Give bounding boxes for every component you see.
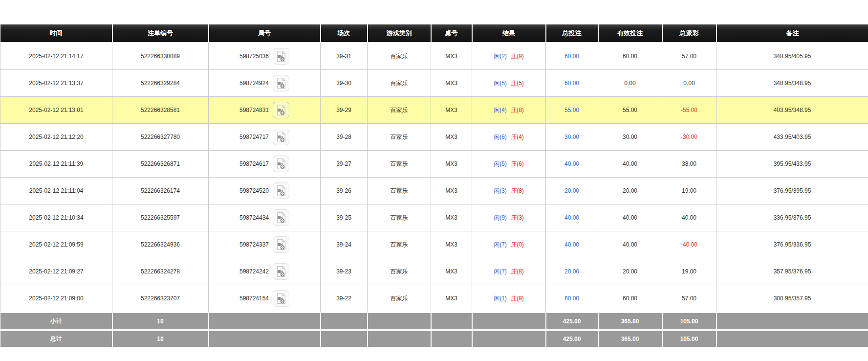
cell-remark: 336.95/376.95 — [716, 204, 868, 231]
cell-result: 闲(5) 庄(5) — [472, 70, 546, 97]
subtotal-total-bet: 425.00 — [546, 313, 598, 330]
video-file-icon — [276, 293, 286, 304]
round-number-text: 598724434 — [239, 214, 269, 221]
cell-round-number: 598724154 — [209, 285, 321, 313]
result-player: 闲(6) — [494, 134, 507, 140]
cell-round-number: 598725036 — [209, 43, 321, 70]
cell-time: 2025-02-12 21:11:04 — [0, 178, 112, 204]
grand-total-empty-remark — [716, 330, 868, 347]
cell-session: 39-25 — [321, 204, 368, 231]
cell-total-bet: 40.00 — [546, 231, 598, 258]
cell-table-number: MX3 — [431, 43, 472, 70]
cell-bet-number: 522266328581 — [112, 97, 209, 124]
video-file-icon — [276, 104, 286, 116]
cell-total-bet: 55.00 — [546, 97, 598, 124]
cell-payout: 57.00 — [662, 285, 716, 313]
grand-total-empty-table-number — [431, 330, 472, 347]
cell-game-type: 百家乐 — [368, 70, 431, 97]
result-banker: 庄(8) — [511, 187, 524, 194]
table-row[interactable]: 2025-02-12 21:12:20 522266327780 5987247… — [0, 124, 868, 151]
result-player: 闲(9) — [494, 214, 507, 221]
cell-valid-bet: 20.00 — [598, 258, 662, 285]
video-file-icon — [276, 50, 286, 62]
column-header-valid-bet: 有效投注 — [598, 24, 662, 43]
cell-payout: 19.00 — [662, 258, 716, 285]
round-number-text: 598724337 — [239, 241, 269, 248]
video-replay-button[interactable] — [273, 156, 289, 172]
cell-total-bet: 60.00 — [546, 285, 598, 313]
result-banker: 庄(0) — [511, 241, 524, 248]
cell-bet-number: 522266325597 — [112, 204, 209, 231]
cell-table-number: MX3 — [431, 151, 472, 178]
subtotal-payout: 105.00 — [662, 313, 716, 330]
cell-table-number: MX3 — [431, 204, 472, 231]
cell-session: 39-23 — [321, 258, 368, 285]
cell-total-bet: 60.00 — [546, 70, 598, 97]
table-row[interactable]: 2025-02-12 21:13:37 522266329284 5987249… — [0, 70, 868, 97]
table-row[interactable]: 2025-02-12 21:09:00 522266323707 5987241… — [0, 285, 868, 313]
result-banker: 庄(5) — [511, 80, 524, 87]
video-replay-button[interactable] — [273, 75, 289, 91]
subtotal-row: 小计 10 425.00 365.00 105.00 — [0, 313, 868, 330]
subtotal-valid-bet: 365.00 — [598, 313, 662, 330]
cell-session: 39-27 — [321, 151, 368, 178]
cell-time: 2025-02-12 21:13:01 — [0, 97, 112, 124]
table-footer: 小计 10 425.00 365.00 105.00 总计 10 425.00 … — [0, 313, 868, 347]
cell-result: 闲(5) 庄(6) — [472, 151, 546, 178]
video-replay-button[interactable] — [273, 182, 289, 199]
cell-result: 闲(3) 庄(8) — [472, 178, 546, 204]
cell-time: 2025-02-12 21:14:17 — [0, 43, 112, 70]
table-row[interactable]: 2025-02-12 21:11:04 522266326174 5987245… — [0, 178, 868, 204]
cell-time: 2025-02-12 21:11:39 — [0, 151, 112, 178]
table-row[interactable]: 2025-02-12 21:11:39 522266326871 5987246… — [0, 151, 868, 178]
video-replay-button[interactable] — [273, 236, 289, 253]
column-header-bet-number: 注单编号 — [112, 24, 209, 43]
cell-time: 2025-02-12 21:12:20 — [0, 124, 112, 151]
cell-valid-bet: 20.00 — [598, 178, 662, 204]
round-number-text: 598724924 — [239, 80, 269, 87]
round-number-text: 598724242 — [239, 268, 269, 275]
cell-result: 闲(9) 庄(3) — [472, 204, 546, 231]
result-banker: 庄(9) — [511, 53, 524, 60]
cell-bet-number: 522266324278 — [112, 258, 209, 285]
cell-bet-number: 522266326174 — [112, 178, 209, 204]
table-header: 时间 注单编号 局号 场次 游戏类别 桌号 结果 总投注 有效投注 总派彩 备注 — [0, 24, 868, 43]
subtotal-empty-round — [209, 313, 321, 330]
cell-total-bet: 20.00 — [546, 258, 598, 285]
cell-round-number: 598724434 — [209, 204, 321, 231]
cell-game-type: 百家乐 — [368, 124, 431, 151]
round-number-text: 598724154 — [239, 295, 269, 302]
round-number-text: 598724520 — [239, 187, 269, 194]
video-file-icon — [276, 212, 286, 224]
video-replay-button[interactable] — [273, 263, 289, 280]
video-replay-button[interactable] — [273, 209, 289, 226]
column-header-result: 结果 — [472, 24, 546, 43]
table-row[interactable]: 2025-02-12 21:09:59 522266324936 5987243… — [0, 231, 868, 258]
cell-result: 闲(2) 庄(9) — [472, 43, 546, 70]
cell-bet-number: 522266327780 — [112, 124, 209, 151]
cell-remark: 376.95/395.95 — [716, 178, 868, 204]
video-replay-button[interactable] — [273, 48, 289, 65]
table-body: 2025-02-12 21:14:17 522266330089 5987250… — [0, 43, 868, 313]
column-header-total-bet: 总投注 — [546, 24, 598, 43]
video-file-icon — [276, 239, 286, 250]
subtotal-empty-game-type — [368, 313, 431, 330]
result-banker: 庄(8) — [511, 107, 524, 113]
grand-total-empty-session — [321, 330, 368, 347]
table-row[interactable]: 2025-02-12 21:09:27 522266324278 5987242… — [0, 258, 868, 285]
table-row[interactable]: 2025-02-12 21:10:34 522266325597 5987244… — [0, 204, 868, 231]
result-banker: 庄(8) — [511, 268, 524, 275]
video-replay-button[interactable] — [273, 102, 289, 118]
video-replay-button[interactable] — [273, 290, 289, 307]
cell-round-number: 598724617 — [209, 151, 321, 178]
table-row[interactable]: 2025-02-12 21:13:01 522266328581 5987248… — [0, 97, 868, 124]
table-row[interactable]: 2025-02-12 21:14:17 522266330089 5987250… — [0, 43, 868, 70]
cell-session: 39-24 — [321, 231, 368, 258]
result-player: 闲(7) — [494, 268, 507, 275]
video-file-icon — [276, 158, 286, 170]
column-header-time: 时间 — [0, 24, 112, 43]
cell-payout: 38.00 — [662, 151, 716, 178]
cell-table-number: MX3 — [431, 97, 472, 124]
cell-result: 闲(7) 庄(8) — [472, 258, 546, 285]
video-replay-button[interactable] — [273, 129, 289, 145]
